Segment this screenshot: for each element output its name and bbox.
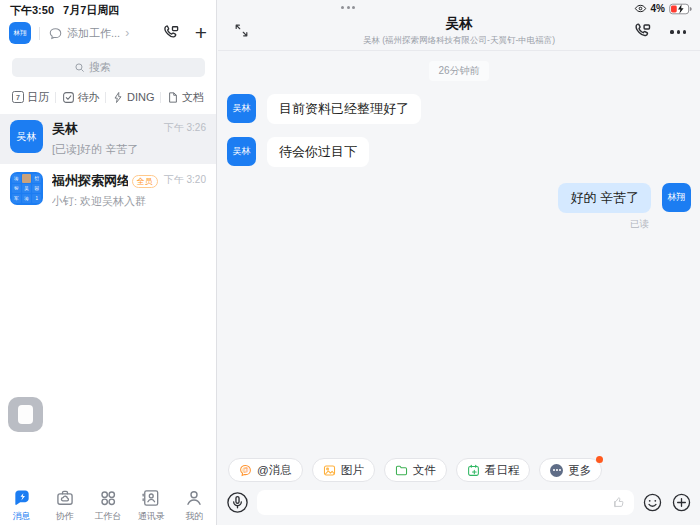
tab-messages[interactable]: 消息	[0, 488, 43, 523]
schedule-label: 看日程	[485, 463, 520, 478]
tab-collaboration[interactable]: 协作	[43, 488, 86, 523]
quick-action-row: @ @消息 图片 文件 看日程	[218, 455, 700, 485]
docs-tool[interactable]: 文档	[167, 90, 204, 105]
attach-plus-icon[interactable]	[671, 492, 692, 513]
tab-contacts[interactable]: 通讯录	[130, 488, 173, 523]
member-photo-tile	[22, 174, 31, 183]
tab-label: 协作	[56, 510, 74, 523]
chat-time: 下午 3:20	[164, 173, 206, 187]
chat-list: 吴林 吴林 [已读]好的 辛苦了 下午 3:26 涛钉 智吴园 军涛1	[0, 114, 216, 216]
chat-header: 吴林 吴林 (福州探索网络科技有限公司-天翼钉-中电福富)	[218, 13, 700, 51]
my-avatar[interactable]: 林翔	[9, 22, 31, 44]
tab-label: 我的	[185, 510, 203, 523]
status-bar-right: 4%	[634, 2, 693, 15]
chat-panel: 吴林 吴林 (福州探索网络科技有限公司-天翼钉-中电福富) 26分钟前 吴林 目…	[218, 0, 700, 525]
calendar-icon: 7	[12, 91, 24, 103]
message-area: 26分钟前 吴林 目前资料已经整理好了 吴林 待会你过目下 林翔 好的 辛苦了 …	[218, 52, 700, 453]
status-bar-left: 下午3:50 7月7日周四	[10, 3, 119, 18]
sender-avatar[interactable]: 吴林	[227, 137, 256, 166]
tab-label: 工作台	[95, 510, 122, 523]
search-placeholder: 搜索	[89, 60, 111, 75]
todo-tool[interactable]: 待办	[62, 90, 100, 105]
calendar-label: 日历	[27, 90, 49, 105]
lightning-icon	[112, 91, 124, 104]
more-label: 更多	[568, 463, 591, 478]
ding-tool[interactable]: DING	[112, 91, 155, 104]
chat-preview: [已读]好的 辛苦了	[52, 142, 158, 157]
document-icon	[167, 91, 179, 104]
at-message-button[interactable]: @ @消息	[228, 458, 303, 482]
svg-text:@: @	[242, 466, 249, 473]
calendar-view-button[interactable]: 看日程	[456, 458, 531, 482]
message-text-input[interactable]	[257, 490, 634, 515]
calendar-tool[interactable]: 7 日历	[12, 90, 49, 105]
conversation-sidebar: 林翔 添加工作... › + 搜索 7 日历	[0, 0, 217, 525]
search-input[interactable]: 搜索	[12, 58, 205, 77]
quick-tools-row: 7 日历 待办 DING 文档	[0, 86, 216, 108]
add-workspace-label: 添加工作...	[67, 26, 120, 41]
sender-avatar[interactable]: 林翔	[662, 183, 691, 212]
chat-name: 福州探索网络科...	[52, 172, 128, 190]
search-icon	[74, 62, 85, 73]
sender-avatar[interactable]: 吴林	[227, 94, 256, 123]
chat-subtitle: 吴林 (福州探索网络科技有限公司-天翼钉-中电福富)	[299, 35, 619, 47]
chat-list-item-wulin[interactable]: 吴林 吴林 [已读]好的 辛苦了 下午 3:26	[0, 114, 216, 164]
thumbs-up-icon[interactable]	[611, 495, 626, 510]
ding-label: DING	[127, 91, 155, 103]
date: 7月7日周四	[63, 3, 119, 18]
message-bubble[interactable]: 目前资料已经整理好了	[267, 94, 421, 124]
battery-charging-icon	[669, 3, 693, 15]
tab-me[interactable]: 我的	[173, 488, 216, 523]
messages-icon	[12, 488, 32, 508]
image-button[interactable]: 图片	[312, 458, 375, 482]
time-divider: 26分钟前	[429, 61, 488, 81]
more-dots-icon	[550, 464, 563, 477]
message-outgoing: 林翔 好的 辛苦了 已读	[218, 183, 700, 231]
grid-circles-icon	[98, 488, 118, 508]
notification-dot	[596, 456, 603, 463]
multitask-dots-icon	[341, 6, 355, 9]
file-label: 文件	[413, 463, 436, 478]
tab-label: 通讯录	[138, 510, 165, 523]
message-incoming: 吴林 待会你过目下	[218, 137, 700, 167]
file-button[interactable]: 文件	[384, 458, 447, 482]
briefcase-cloud-icon	[55, 488, 75, 508]
message-bubble[interactable]: 待会你过目下	[267, 137, 369, 167]
emoji-icon[interactable]	[642, 492, 663, 513]
group-avatar: 涛钉 智吴园 军涛1	[10, 172, 43, 205]
tab-label: 消息	[13, 510, 31, 523]
schedule-icon	[467, 464, 480, 477]
chat-name: 吴林	[52, 120, 78, 138]
voice-input-icon[interactable]	[226, 491, 249, 514]
clock: 下午3:50	[10, 3, 54, 18]
docs-label: 文档	[182, 90, 204, 105]
image-icon	[323, 464, 336, 477]
add-workspace-button[interactable]: 添加工作... ›	[48, 26, 129, 41]
chat-title: 吴林	[299, 15, 619, 33]
video-call-icon[interactable]	[632, 22, 652, 42]
eye-icon	[634, 2, 647, 15]
at-icon: @	[239, 464, 252, 477]
message-bubble[interactable]: 好的 辛苦了	[558, 183, 651, 213]
tab-workbench[interactable]: 工作台	[86, 488, 129, 523]
message-incoming: 吴林 目前资料已经整理好了	[218, 94, 700, 124]
sidebar-header: 林翔 添加工作... › +	[9, 20, 207, 46]
all-staff-badge: 全员	[132, 175, 158, 188]
image-label: 图片	[341, 463, 364, 478]
dingtalk-app: 下午3:50 7月7日周四 4% 林翔 添加工作... ›	[0, 0, 700, 525]
todo-check-icon	[62, 91, 75, 104]
avatar: 吴林	[10, 120, 43, 153]
more-menu-icon[interactable]	[670, 30, 686, 33]
chat-preview: 小钉: 欢迎吴林入群	[52, 194, 158, 209]
chat-list-item-group[interactable]: 涛钉 智吴园 军涛1 福州探索网络科... 全员 小钉: 欢迎吴林入群 下午 3…	[0, 166, 216, 216]
bottom-tab-bar: 消息 协作 工作台 通讯录	[0, 486, 216, 525]
more-actions-button[interactable]: 更多	[539, 458, 602, 482]
at-message-label: @消息	[257, 463, 292, 478]
expand-icon[interactable]	[233, 22, 250, 43]
person-icon	[184, 488, 204, 508]
phone-call-icon[interactable]	[161, 24, 180, 43]
todo-label: 待办	[78, 90, 100, 105]
assistive-touch-button[interactable]	[8, 397, 43, 432]
contacts-book-icon	[141, 488, 161, 508]
new-chat-plus-icon[interactable]: +	[195, 23, 207, 43]
